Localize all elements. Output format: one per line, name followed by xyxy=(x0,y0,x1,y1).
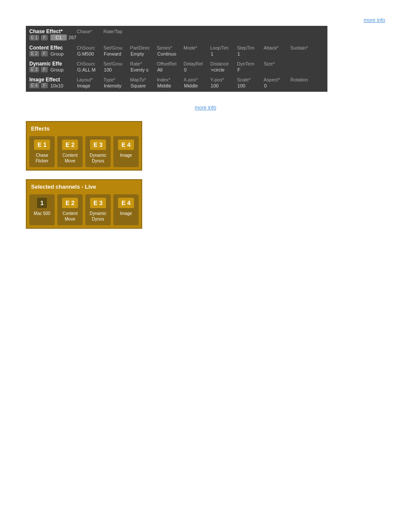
dynamic-val-5: 0 xyxy=(184,67,211,72)
content-col-4: Mode* xyxy=(184,45,210,50)
effects-panel-item-3[interactable]: E 4 Image xyxy=(113,136,139,167)
mid-link[interactable]: more info xyxy=(195,105,216,111)
image-col-6: Scale* xyxy=(237,77,264,82)
chase-col-header-1: Rate/Tap xyxy=(103,29,130,34)
selected-channels-title: Selected channels - Live xyxy=(29,183,139,191)
chase-effect-label: Chase Effect* xyxy=(29,28,77,34)
dynamic-col-7: Size* xyxy=(264,61,290,66)
sel-panel-item-id-0: 1 xyxy=(37,198,47,208)
image-col-3: Index* xyxy=(157,77,184,82)
sel-panel-item-label-2: DynamicDynos xyxy=(87,211,109,222)
content-col-6: StepTim xyxy=(237,45,264,50)
effects-panel-grid: E 1 ChaseFlicker E 2 ContentMove E 3 Dyn… xyxy=(29,136,139,167)
sel-panel-item-id-2: E 3 xyxy=(90,198,106,208)
content-col-1: Set/Grou xyxy=(103,45,130,50)
image-col-4: X-pos* xyxy=(184,77,210,82)
content-val-7: 1 xyxy=(237,51,264,56)
image-effect-label: Image Effect xyxy=(29,77,77,83)
dynamic-val-0: Group xyxy=(50,67,77,72)
dynamic-val-1: G:ALL M xyxy=(77,67,104,72)
image-val-2: Intensity xyxy=(104,83,131,88)
top-link[interactable]: more info xyxy=(364,17,385,23)
chase-effect-id[interactable]: E 1 xyxy=(29,35,39,40)
content-val-6: 1 xyxy=(211,51,237,56)
dynamic-col-0: ChSourc xyxy=(77,61,103,66)
content-val-2: Forward xyxy=(104,51,131,56)
dynamic-val-3: Evenly s xyxy=(131,67,157,72)
image-val-4: Middle xyxy=(157,83,184,88)
page-container: more info Chase Effect* Chase* Rate/Tap … xyxy=(0,0,411,532)
dynamic-effect-id[interactable]: E 3 xyxy=(29,67,39,72)
dynamic-val-4: All xyxy=(157,67,184,72)
dynamic-col-1: Set/Grou xyxy=(103,61,130,66)
image-val-5: Middle xyxy=(184,83,211,88)
image-val-7: 100 xyxy=(237,83,264,88)
selected-channels-grid: 1 Mac 500 E 2 ContentMove E 3 DynamicDyn… xyxy=(29,194,139,225)
content-effect-label: Content Effec xyxy=(29,45,77,51)
chase-val-1: 267 xyxy=(68,35,95,40)
image-val-1: Image xyxy=(77,83,104,88)
sel-panel-item-1[interactable]: E 2 ContentMove xyxy=(57,194,83,225)
effects-panel-item-id-2: E 3 xyxy=(90,140,106,150)
table-row-dynamic-header: Dynamic Effe ChSourc Set/Grou Rate* Offs… xyxy=(29,61,324,67)
dynamic-col-2: Rate* xyxy=(130,61,157,66)
content-col-0: ChSourc xyxy=(77,45,103,50)
dynamic-effect-f[interactable]: F xyxy=(41,67,48,72)
table-row-content-header: Content Effec ChSourc Set/Grou PartDirec… xyxy=(29,45,324,51)
content-effect-f[interactable]: F xyxy=(41,51,48,56)
dynamic-col-4: DelayRel xyxy=(184,61,210,66)
effects-panel-item-id-1: E 2 xyxy=(62,140,78,150)
sel-panel-item-id-3: E 4 xyxy=(118,198,134,208)
content-val-0: Group xyxy=(50,51,77,56)
content-col-5: LoopTim xyxy=(210,45,237,50)
image-val-0: 10x10 xyxy=(50,83,77,88)
chase-val-0[interactable]: C1 xyxy=(50,34,67,40)
content-col-3: Series* xyxy=(157,45,184,50)
table-row-chase-header: Chase Effect* Chase* Rate/Tap xyxy=(29,28,324,34)
effects-panel-item-label-0: ChaseFlicker xyxy=(31,152,53,164)
sel-panel-item-2[interactable]: E 3 DynamicDynos xyxy=(85,194,111,225)
effects-panel-item-id-3: E 4 xyxy=(118,140,134,150)
image-col-7: Aspect* xyxy=(264,77,290,82)
selected-channels-panel: Selected channels - Live 1 Mac 500 E 2 C… xyxy=(26,179,142,229)
sel-panel-item-label-3: Image xyxy=(115,211,137,216)
image-col-0: Layout* xyxy=(77,77,103,82)
dynamic-col-3: OffsetRel xyxy=(157,61,184,66)
effects-panel-title: Effects xyxy=(29,124,139,133)
effects-panel-item-2[interactable]: E 3 DynamicDynos xyxy=(85,136,111,167)
dynamic-val-2: 100 xyxy=(104,67,131,72)
sel-panel-item-0[interactable]: 1 Mac 500 xyxy=(29,194,55,225)
dynamic-val-7: F xyxy=(237,67,264,72)
table-row-image-header: Image Effect Layout* Type* MapTo* Index*… xyxy=(29,77,324,83)
image-col-8: Rotation xyxy=(290,77,317,82)
effects-panel-item-0[interactable]: E 1 ChaseFlicker xyxy=(29,136,55,167)
content-effect-id[interactable]: E 2 xyxy=(29,51,39,56)
table-row-dynamic-values: E 3 F Group G:ALL M 100 Evenly s All 0 >… xyxy=(29,67,324,72)
table-row-chase-values: E 1 F C1 267 xyxy=(29,34,324,40)
image-effect-id[interactable]: E 4 xyxy=(29,83,39,88)
image-val-6: 100 xyxy=(211,83,237,88)
effects-panel-item-id-0: E 1 xyxy=(34,140,50,150)
sel-panel-item-label-0: Mac 500 xyxy=(31,211,53,216)
effects-panel-item-1[interactable]: E 2 ContentMove xyxy=(57,136,83,167)
image-val-8: 0 xyxy=(264,83,291,88)
sel-panel-item-id-1: E 2 xyxy=(62,198,78,208)
image-col-2: MapTo* xyxy=(130,77,157,82)
image-effect-f[interactable]: F xyxy=(41,83,48,88)
sel-panel-item-3[interactable]: E 4 Image xyxy=(113,194,139,225)
effects-panel: Effects E 1 ChaseFlicker E 2 ContentMove… xyxy=(26,121,142,171)
chase-effect-f[interactable]: F xyxy=(41,35,48,40)
table-row-image-values: E 4 F 10x10 Image Intensity Square Middl… xyxy=(29,83,324,88)
content-col-7: Attack* xyxy=(264,45,290,50)
image-val-3: Square xyxy=(131,83,157,88)
content-col-8: Sustain* xyxy=(290,45,317,50)
effects-panel-item-label-2: DynamicDynos xyxy=(87,152,109,164)
effects-panel-item-label-1: ContentMove xyxy=(59,152,81,164)
image-col-5: Y-pos* xyxy=(210,77,237,82)
content-val-4: Continuo xyxy=(157,51,184,56)
chase-col-header-0: Chase* xyxy=(77,29,103,34)
content-val-1: G:M500 xyxy=(77,51,104,56)
content-val-3: Empty xyxy=(131,51,157,56)
dynamic-effect-label: Dynamic Effe xyxy=(29,61,77,67)
effects-table: Chase Effect* Chase* Rate/Tap E 1 F C1 2… xyxy=(26,26,327,92)
